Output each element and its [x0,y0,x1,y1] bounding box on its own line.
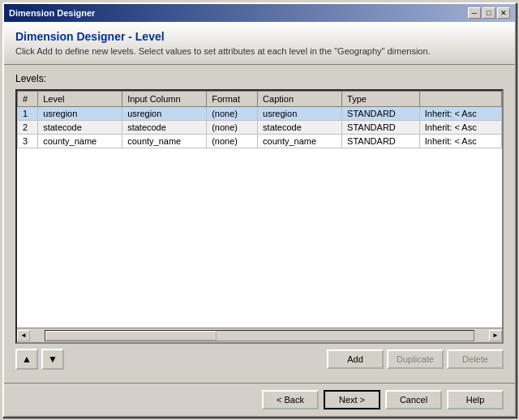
title-bar: Dimension Designer ─ □ ✕ [4,4,515,22]
cell-level: county_name [38,135,122,148]
duplicate-button[interactable]: Duplicate [387,349,444,369]
help-button[interactable]: Help [447,390,504,409]
cell-format: (none) [207,135,258,148]
cell-caption: usregion [258,107,342,121]
levels-table-container: # Level Input Column Format Caption Type… [15,89,504,344]
col-header-extra [419,92,501,107]
bottom-bar: < Back Next > Cancel Help [4,383,515,416]
move-up-button[interactable]: ▲ [15,349,38,370]
maximize-button[interactable]: □ [483,7,495,19]
cell-extra: Inherit: < Asc [419,121,501,135]
cell-type: STANDARD [342,135,420,148]
table-row[interactable]: 2 statecode statecode (none) statecode S… [18,121,502,135]
toolbar-row: ▲ ▼ Add Duplicate Delete [15,344,504,375]
delete-button[interactable]: Delete [447,349,504,369]
cell-input-column: county_name [122,135,207,148]
cell-caption: statecode [258,121,342,135]
up-arrow-icon: ▲ [22,354,32,365]
cell-input-column: statecode [122,121,207,135]
cell-type: STANDARD [342,121,420,135]
table-header-row: # Level Input Column Format Caption Type [18,92,502,107]
scroll-left-button[interactable]: ◄ [17,330,30,341]
col-header-caption: Caption [258,92,342,107]
page-title: Dimension Designer - Level [15,30,504,43]
cell-format: (none) [207,121,258,135]
table-row[interactable]: 1 usregion usregion (none) usregion STAN… [18,107,502,121]
table-wrapper[interactable]: # Level Input Column Format Caption Type… [17,91,502,328]
header-area: Dimension Designer - Level Click Add to … [4,22,515,65]
scroll-right-button[interactable]: ► [489,330,502,341]
close-button[interactable]: ✕ [497,7,510,19]
cell-caption: county_name [258,135,342,148]
cell-extra: Inherit: < Asc [419,135,501,148]
page-subtitle: Click Add to define new levels. Select v… [15,46,504,56]
col-header-num: # [18,92,38,107]
next-button[interactable]: Next > [324,390,380,409]
horizontal-scrollbar[interactable] [45,330,474,341]
cancel-button[interactable]: Cancel [385,390,442,409]
levels-table: # Level Input Column Format Caption Type… [17,91,502,148]
levels-label: Levels: [15,73,504,84]
cell-level: usregion [38,107,122,121]
cell-num: 2 [18,121,38,135]
cell-level: statecode [38,121,122,135]
title-bar-buttons: ─ □ ✕ [468,7,510,19]
move-down-button[interactable]: ▼ [41,349,64,370]
col-header-format: Format [207,92,258,107]
cell-num: 1 [18,107,38,121]
cell-num: 3 [18,135,38,148]
table-row[interactable]: 3 county_name county_name (none) county_… [18,135,502,148]
down-arrow-icon: ▼ [48,354,58,365]
col-header-type: Type [342,92,420,107]
main-window: Dimension Designer ─ □ ✕ Dimension Desig… [2,2,517,418]
cell-type: STANDARD [342,107,420,121]
cell-input-column: usregion [122,107,207,121]
window-title: Dimension Designer [9,8,95,18]
horizontal-scrollbar-area: ◄ ► [17,328,502,342]
cell-format: (none) [207,107,258,121]
cell-extra: Inherit: < Asc [419,107,501,121]
scroll-thumb[interactable] [45,331,217,341]
minimize-button[interactable]: ─ [468,7,481,19]
col-header-level: Level [38,92,122,107]
content-area: Levels: # Level Input Column Format Capt… [4,65,515,383]
back-button[interactable]: < Back [262,390,319,409]
add-button[interactable]: Add [327,349,384,369]
col-header-input-column: Input Column [122,92,207,107]
